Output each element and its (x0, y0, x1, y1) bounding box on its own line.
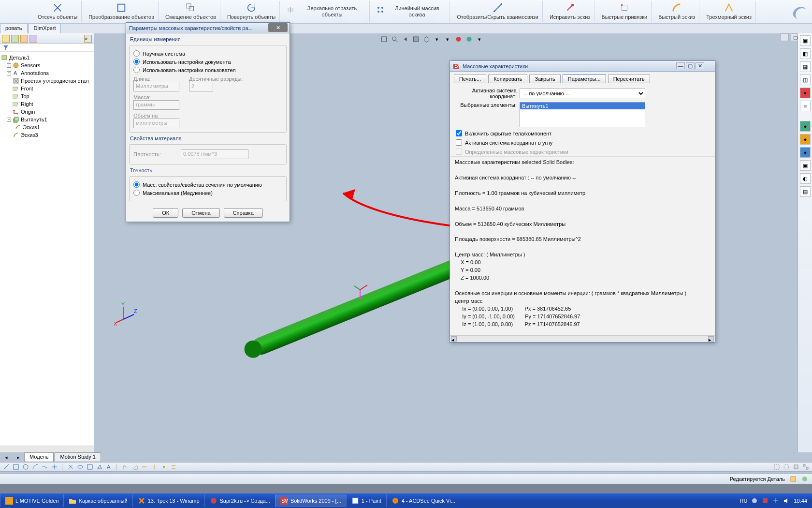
close-icon[interactable]: ✕ (268, 23, 288, 32)
taskbar-item[interactable]: 13. Трек 13 - Winamp (132, 494, 204, 507)
minimize-icon[interactable]: — (676, 62, 685, 69)
scroll-left-icon[interactable]: ◂ (451, 336, 457, 342)
status-icon[interactable] (801, 476, 808, 482)
display-style-icon[interactable]: ▾ (433, 35, 441, 44)
taskbar-item[interactable]: L MOTIVE Golden (0, 494, 63, 507)
tray-icon[interactable] (772, 497, 779, 504)
tp-icon[interactable]: ● (800, 121, 811, 132)
radio-sci[interactable]: Научная система (133, 49, 282, 58)
tool-icon[interactable] (42, 463, 48, 470)
acs-select[interactable]: -- по умолчанию -- (520, 89, 645, 98)
tool-icon[interactable] (13, 463, 19, 470)
close-icon[interactable]: ✕ (696, 62, 704, 69)
radio-user[interactable]: Использовать настройки пользовател (133, 66, 282, 74)
tool-icon[interactable] (793, 463, 799, 470)
mass-properties-text[interactable]: Массовые характеристики selected Solid B… (450, 156, 715, 335)
tree-sketch3[interactable]: Эскиз3 (1, 131, 93, 139)
tool-icon[interactable] (96, 463, 103, 470)
tp-appearances-icon[interactable]: ● (800, 88, 811, 98)
prev-view-icon[interactable] (401, 35, 409, 44)
chk-acs-corner[interactable]: Активная система координат в углу (450, 138, 715, 147)
tool-icon[interactable] (773, 463, 780, 470)
help-button[interactable]: Справка (224, 208, 263, 218)
scene-icon[interactable] (464, 35, 473, 44)
ribbon-relations[interactable]: Отобразить/Скрыть взаимосвязи (453, 1, 543, 22)
print-button[interactable]: Печать... (454, 75, 486, 83)
tab-prev-icon[interactable]: ◂ (5, 454, 8, 461)
ribbon-rapidsketch[interactable]: Быстрый эскиз (654, 1, 699, 22)
tab-evaluate[interactable]: ровать (0, 24, 28, 33)
scroll-right-icon[interactable]: ▸ (708, 336, 714, 342)
tp-view-palette-icon[interactable]: ◫ (800, 75, 811, 85)
tree-root[interactable]: Деталь1 (1, 54, 93, 61)
tool-icon[interactable] (22, 463, 29, 470)
lang-indicator[interactable]: RU (740, 498, 748, 504)
copy-button[interactable]: Копировать (488, 75, 527, 83)
dialog-title[interactable]: Параметры массовых характеристик/свойств… (126, 23, 290, 33)
ribbon-trim[interactable]: Отсечь объекты (34, 1, 82, 22)
tab-motion-study[interactable]: Motion Study 1 (55, 452, 101, 462)
taskbar-item[interactable]: 4 - ACDSee Quick Vi... (386, 494, 460, 507)
tree-tab-icon[interactable] (20, 35, 28, 43)
zoom-area-icon[interactable] (390, 35, 399, 44)
tree-filter[interactable] (0, 44, 94, 52)
ribbon-3dsketch[interactable]: Трехмерный эскиз (702, 1, 756, 22)
maximize-icon[interactable]: ▢ (686, 62, 695, 69)
tp-icon[interactable]: ● (800, 147, 811, 158)
tp-file-explorer-icon[interactable]: ▦ (800, 61, 811, 72)
tab-next-icon[interactable]: ▸ (17, 454, 20, 461)
tool-icon[interactable] (122, 463, 129, 470)
tool-icon[interactable] (141, 463, 148, 470)
tree-scrollbar-h[interactable] (0, 446, 94, 452)
tray-icon[interactable] (762, 497, 768, 504)
tree-tab-icon[interactable]: » (84, 35, 92, 43)
hide-show-icon[interactable]: ▾ (443, 35, 452, 44)
tree-tab-icon[interactable] (11, 35, 19, 43)
view-orientation-icon[interactable] (422, 35, 431, 44)
tool-icon[interactable] (160, 463, 167, 470)
selected-list[interactable]: Вытянуть1 (520, 102, 645, 127)
tray-icon[interactable] (751, 497, 758, 504)
ribbon-offset[interactable]: Смещение объектов (161, 1, 220, 22)
tp-icon[interactable]: ▣ (800, 160, 811, 171)
tool-icon[interactable] (802, 463, 809, 470)
list-item[interactable]: Вытянуть1 (520, 103, 645, 109)
radio-doc[interactable]: Использовать настройки документа (133, 58, 282, 66)
minimize-icon[interactable]: — (780, 33, 789, 41)
expand-icon[interactable]: + (7, 63, 11, 68)
tree-origin[interactable]: Origin (1, 108, 93, 116)
tab-dimxpert[interactable]: DimXpert (29, 24, 61, 33)
tree-tab-icon[interactable] (2, 35, 10, 43)
tree-material[interactable]: Простая углеродистая стал (1, 77, 93, 85)
status-icon[interactable] (790, 476, 797, 482)
cancel-button[interactable]: Отмена (182, 208, 219, 218)
collapse-icon[interactable]: − (7, 118, 11, 122)
tool-icon[interactable] (51, 463, 58, 470)
tool-icon[interactable] (87, 463, 93, 470)
tool-icon[interactable] (151, 463, 158, 470)
ribbon-pattern[interactable]: Линейный массив эскиза (373, 1, 450, 22)
view-settings-icon[interactable]: ▾ (475, 35, 484, 44)
tab-model[interactable]: Модель (24, 452, 54, 462)
tool-icon[interactable] (170, 463, 177, 470)
tree-top[interactable]: Top (1, 92, 93, 100)
ribbon-repair[interactable]: Исправить эскиз (546, 1, 595, 22)
tool-icon[interactable] (131, 463, 138, 470)
ribbon-convert[interactable]: Преобразование объектов (85, 1, 159, 22)
tree-sensors[interactable]: +Sensors (1, 61, 93, 69)
tp-resources-icon[interactable]: ▣ (800, 35, 811, 46)
tool-icon[interactable] (3, 463, 10, 470)
tool-icon[interactable] (783, 463, 790, 470)
ribbon-mirror[interactable]: Зеркально отразить объекты (283, 1, 370, 22)
close-button[interactable]: Закрыть (529, 75, 560, 83)
tree-front[interactable]: Front (1, 85, 93, 92)
expand-icon[interactable]: + (7, 71, 11, 75)
tool-icon[interactable] (67, 463, 74, 470)
appearance-icon[interactable] (454, 35, 463, 44)
ribbon-rotate[interactable]: Повернуть объекты (223, 1, 280, 22)
dialog-title[interactable]: SW Массовые характеристики — ▢ ✕ (450, 61, 715, 72)
taskbar-item[interactable]: 1 - Paint (346, 494, 386, 507)
clock[interactable]: 10:44 (794, 498, 807, 504)
taskbar-item[interactable]: Sapr2k.ru -> Созда... (204, 494, 275, 507)
tp-icon[interactable]: ◐ (800, 173, 811, 184)
